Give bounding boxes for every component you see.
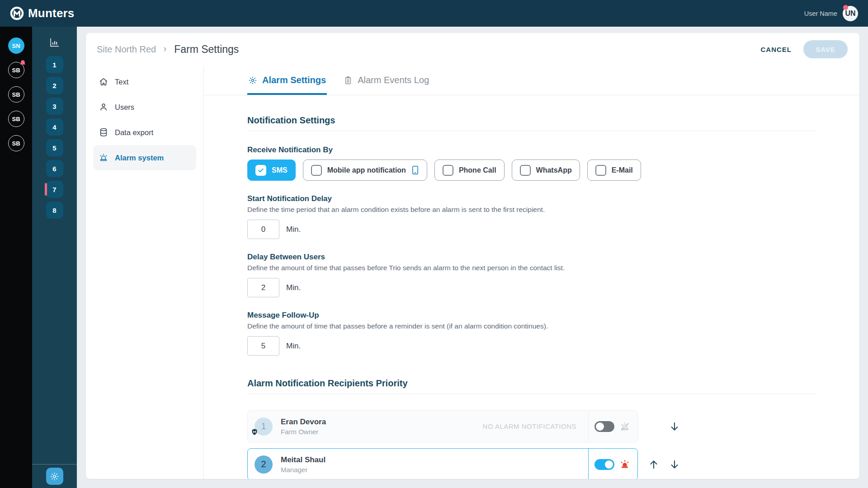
checkbox-empty-icon bbox=[443, 165, 453, 176]
save-button[interactable]: SAVE bbox=[803, 40, 848, 58]
channel-phone-call-checkbox[interactable]: Phone Call bbox=[434, 160, 505, 181]
house-number: 5 bbox=[52, 144, 56, 152]
field-description: Define the amount of time that passes be… bbox=[247, 322, 816, 330]
move-down-button[interactable] bbox=[668, 459, 681, 470]
recipient-role: Farm Owner bbox=[281, 428, 326, 436]
menu-item-text[interactable]: Text bbox=[93, 69, 196, 94]
checkbox-checked-icon bbox=[255, 165, 266, 176]
site-rail: SN SB SB SB SB bbox=[0, 27, 32, 488]
field-label: Start Notification Delay bbox=[247, 194, 816, 203]
delay-between-users-input[interactable] bbox=[247, 278, 279, 297]
channel-label: WhatsApp bbox=[536, 166, 572, 174]
move-up-button[interactable] bbox=[647, 459, 660, 470]
farm-settings-card: Site North Red Farm Settings CANCEL SAVE… bbox=[86, 33, 859, 479]
tab-label: Alarm Settings bbox=[262, 75, 326, 85]
site-avatar-sn[interactable]: SN bbox=[8, 38, 24, 54]
menu-item-alarm-system[interactable]: Alarm system bbox=[93, 145, 196, 170]
header-actions: CANCEL SAVE bbox=[761, 40, 848, 58]
unit-label: Min. bbox=[286, 225, 301, 234]
start-delay-input[interactable] bbox=[247, 220, 279, 239]
house-number: 3 bbox=[52, 103, 56, 110]
alarm-toggle-off[interactable] bbox=[594, 421, 614, 432]
recipients-priority-title: Alarm Notification Recipients Priority bbox=[247, 378, 816, 389]
channel-label: E-Mail bbox=[612, 166, 633, 174]
alarm-toggle-on[interactable] bbox=[594, 459, 614, 470]
site-avatar-sb-3[interactable]: SB bbox=[8, 111, 24, 127]
message-follow-up-input[interactable] bbox=[247, 336, 279, 356]
tab-alarm-settings[interactable]: Alarm Settings bbox=[247, 66, 327, 95]
divider bbox=[247, 131, 816, 131]
recipient-row: 2 Meital Shaul Manager bbox=[247, 448, 816, 479]
site-avatar-sb-1[interactable]: SB bbox=[8, 62, 24, 78]
field-description: Define the amount of time that passes be… bbox=[247, 264, 816, 272]
house-number: 2 bbox=[52, 82, 56, 89]
top-bar: Munters User Name UN bbox=[0, 0, 868, 27]
user-icon bbox=[99, 102, 108, 112]
recipient-card-meital-shaul[interactable]: 2 Meital Shaul Manager bbox=[247, 448, 638, 479]
delay-between-users-field: Delay Between Users Define the amount of… bbox=[247, 253, 816, 297]
user-menu[interactable]: User Name UN bbox=[804, 6, 858, 21]
mobile-phone-icon bbox=[411, 165, 419, 175]
recipient-info: Meital Shaul Manager bbox=[281, 455, 326, 474]
gear-icon bbox=[248, 76, 257, 85]
priority-number: 2 bbox=[261, 459, 266, 469]
settings-gear-button[interactable] bbox=[46, 468, 63, 485]
recipient-role: Manager bbox=[281, 466, 326, 474]
reorder-arrows bbox=[647, 459, 681, 470]
notification-dot bbox=[843, 5, 848, 10]
move-down-button[interactable] bbox=[668, 421, 681, 432]
menu-item-data-export[interactable]: Data export bbox=[93, 120, 196, 145]
siren-active-icon bbox=[619, 459, 630, 470]
house-button-8[interactable]: 8 bbox=[46, 202, 63, 219]
card-header: Site North Red Farm Settings CANCEL SAVE bbox=[86, 33, 859, 66]
house-button-6[interactable]: 6 bbox=[46, 160, 63, 177]
site-avatar-sb-2[interactable]: SB bbox=[8, 86, 24, 103]
menu-item-label: Users bbox=[115, 103, 134, 112]
house-number: 7 bbox=[52, 186, 56, 193]
house-button-7-active[interactable]: 7 bbox=[46, 181, 63, 198]
tab-alarm-events-log[interactable]: Alarm Events Log bbox=[343, 66, 430, 95]
house-button-5[interactable]: 5 bbox=[46, 139, 63, 156]
no-alarm-notifications-label: NO ALARM NOTIFICATIONS bbox=[326, 422, 588, 430]
channel-whatsapp-checkbox[interactable]: WhatsApp bbox=[512, 160, 580, 181]
alarm-bell-badge-icon bbox=[19, 59, 27, 67]
siren-icon bbox=[99, 153, 108, 163]
house-number: 8 bbox=[52, 206, 56, 214]
chart-icon[interactable] bbox=[49, 37, 60, 50]
breadcrumb-site-link[interactable]: Site North Red bbox=[97, 44, 156, 55]
clipboard-icon bbox=[344, 76, 353, 85]
notification-settings-title: Notification Settings bbox=[247, 115, 816, 126]
alarm-settings-content: Alarm Settings Alarm Events Log Notifica… bbox=[204, 66, 859, 479]
breadcrumb: Site North Red Farm Settings bbox=[97, 43, 239, 56]
notification-channels: SMS Mobile app notification Phone Call bbox=[247, 160, 816, 181]
site-avatar-sb-4[interactable]: SB bbox=[8, 135, 24, 151]
channel-email-checkbox[interactable]: E-Mail bbox=[587, 160, 641, 181]
menu-item-label: Data export bbox=[115, 128, 153, 137]
checkbox-empty-icon bbox=[311, 165, 322, 176]
house-button-4[interactable]: 4 bbox=[46, 118, 63, 136]
rail-footer bbox=[32, 464, 77, 488]
menu-item-users[interactable]: Users bbox=[93, 94, 196, 120]
owner-shield-icon bbox=[251, 428, 258, 437]
checkbox-empty-icon bbox=[520, 165, 531, 176]
priority-number: 1 bbox=[261, 421, 266, 432]
recipient-info: Eran Devora Farm Owner bbox=[281, 418, 326, 436]
avatar[interactable]: UN bbox=[843, 6, 858, 21]
reorder-arrows bbox=[647, 421, 681, 432]
field-description: Define the time period that an alarm con… bbox=[247, 206, 816, 214]
chevron-right-icon bbox=[161, 46, 169, 53]
house-button-3[interactable]: 3 bbox=[46, 98, 63, 115]
channel-sms-checkbox[interactable]: SMS bbox=[247, 160, 296, 181]
recipient-card-eran-devora[interactable]: 1 Eran Devora Farm Owner NO ALARM NOTIFI… bbox=[247, 410, 638, 442]
house-button-1[interactable]: 1 bbox=[46, 56, 63, 73]
unit-label: Min. bbox=[286, 342, 301, 351]
cancel-button[interactable]: CANCEL bbox=[761, 46, 792, 53]
avatar-initials: UN bbox=[845, 9, 855, 18]
site-avatar-label: SN bbox=[12, 42, 20, 49]
house-button-2[interactable]: 2 bbox=[46, 77, 63, 94]
recipient-row: 1 Eran Devora Farm Owner NO ALARM NOTIFI… bbox=[247, 410, 816, 442]
field-label: Delay Between Users bbox=[247, 253, 816, 262]
channel-label: SMS bbox=[272, 166, 288, 174]
channel-mobile-app-checkbox[interactable]: Mobile app notification bbox=[303, 160, 427, 181]
priority-badge: 2 bbox=[255, 455, 273, 474]
